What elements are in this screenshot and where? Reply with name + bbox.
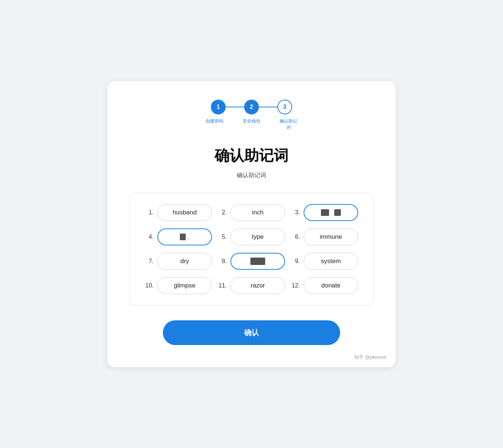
stepper-circles: 1 2 3 [211, 100, 292, 114]
word-box-10[interactable]: glimpse [157, 277, 212, 294]
stepper-labels: 创建密码 安全钱包 确认助记 词 [202, 118, 301, 131]
page-subtitle: 确认助记词 [130, 172, 373, 179]
redacted-4 [180, 234, 186, 240]
word-box-5[interactable]: type [230, 228, 285, 245]
word-box-6[interactable]: immune [304, 228, 358, 245]
word-item-4: 4. , [145, 228, 212, 245]
word-box-8[interactable] [230, 253, 285, 270]
word-number-11: 11. [218, 282, 227, 289]
step-1-label: 创建密码 [202, 118, 227, 124]
redacted-3b [334, 209, 341, 216]
words-container: 1. husband 2. inch 3. 4. [130, 193, 373, 306]
word-item-12: 12. donate [291, 277, 358, 294]
words-grid: 1. husband 2. inch 3. 4. [145, 204, 358, 294]
word-box-7[interactable]: dry [157, 253, 212, 270]
word-number-10: 10. [145, 282, 154, 289]
word-item-7: 7. dry [145, 253, 212, 270]
word-box-3[interactable] [304, 204, 358, 221]
step-3-label: 确认助记 词 [276, 118, 301, 131]
word-item-8: 8. [218, 253, 285, 270]
word-item-9: 9. system [291, 253, 358, 270]
word-number-1: 1. [145, 209, 154, 216]
watermark: 知乎 @pleuvoir [354, 354, 387, 361]
word-item-1: 1. husband [145, 204, 212, 221]
word-box-9[interactable]: system [304, 253, 358, 270]
word-box-11[interactable]: razor [230, 277, 285, 294]
word-box-4[interactable]: , [157, 228, 212, 245]
word-number-4: 4. [145, 234, 154, 240]
confirm-button[interactable]: 确认 [163, 320, 340, 345]
word-number-7: 7. [145, 258, 154, 265]
word-number-9: 9. [291, 258, 300, 265]
word-item-5: 5. type [218, 228, 285, 245]
redacted-8 [250, 258, 265, 265]
cursor-4: , [187, 233, 189, 241]
word-box-2[interactable]: inch [230, 204, 285, 221]
word-number-2: 2. [218, 209, 227, 216]
step-line-1 [226, 107, 244, 107]
word-item-10: 10. glimpse [145, 277, 212, 294]
main-card: 1 2 3 创建密码 安全钱包 确认助记 词 确认助记词 确认助记词 1. hu… [107, 81, 396, 367]
stepper: 1 2 3 创建密码 安全钱包 确认助记 词 [130, 100, 373, 131]
page-title: 确认助记词 [130, 145, 373, 166]
step-1-circle: 1 [211, 100, 226, 114]
word-number-3: 3. [291, 209, 300, 216]
step-line-2 [259, 107, 277, 107]
word-item-6: 6. immune [291, 228, 358, 245]
word-item-2: 2. inch [218, 204, 285, 221]
word-number-6: 6. [291, 234, 300, 240]
word-number-8: 8. [218, 258, 227, 265]
word-box-12[interactable]: donate [304, 277, 358, 294]
word-box-1[interactable]: husband [157, 204, 212, 221]
step-3-circle: 3 [277, 100, 292, 114]
step-2-label: 安全钱包 [239, 118, 264, 124]
step-2-circle: 2 [244, 100, 259, 114]
word-item-3: 3. [291, 204, 358, 221]
word-number-5: 5. [218, 234, 227, 240]
redacted-3a [321, 209, 329, 216]
word-number-12: 12. [291, 282, 300, 289]
word-item-11: 11. razor [218, 277, 285, 294]
